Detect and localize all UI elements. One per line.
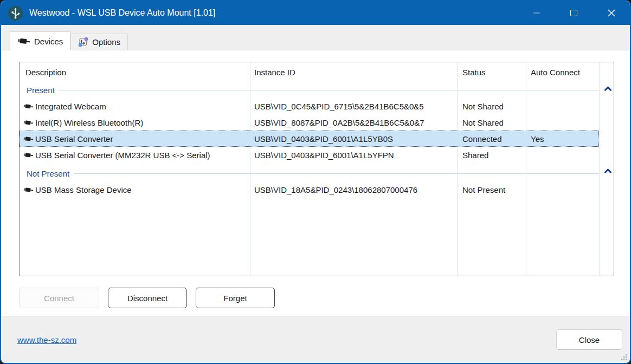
group-row-not-present[interactable]: Not Present	[20, 163, 599, 181]
usb-plug-icon	[17, 37, 30, 45]
tab-options[interactable]: Options	[70, 34, 128, 50]
column-separator	[599, 62, 600, 276]
collapse-group-present-button[interactable]	[602, 86, 614, 92]
table-header: Description Instance ID Status Auto Conn…	[20, 62, 599, 82]
device-status: Not Shared	[457, 102, 526, 111]
device-description: Intel(R) Wireless Bluetooth(R)	[35, 118, 143, 127]
device-instance-id: USB\VID_0C45&PID_6715\5&2B41B6C5&0&5	[250, 102, 457, 111]
tab-options-label: Options	[92, 37, 120, 47]
table-row[interactable]: USB Serial Converter (MM232R USB <-> Ser…	[20, 147, 599, 163]
options-icon	[78, 37, 88, 47]
tab-strip: Devices Options	[1, 25, 630, 50]
chevron-up-icon	[604, 168, 612, 174]
header-description[interactable]: Description	[20, 68, 250, 77]
close-button[interactable]: Close	[556, 329, 622, 350]
header-status[interactable]: Status	[457, 68, 526, 77]
device-description: USB Serial Converter	[35, 134, 113, 144]
device-auto-connect: Yes	[526, 134, 599, 144]
collapse-group-not-present-button[interactable]	[602, 168, 614, 174]
footer-bar: www.the-sz.com Close	[1, 316, 630, 363]
disconnect-button[interactable]: Disconnect	[108, 288, 187, 308]
table-row-selected[interactable]: USB Serial Converter USB\VID_0403&PID_60…	[20, 131, 599, 147]
device-description: USB Serial Converter (MM232R USB <-> Ser…	[35, 151, 210, 160]
forget-button[interactable]: Forget	[196, 288, 275, 308]
minimize-button[interactable]	[518, 1, 555, 25]
device-instance-id: USB\VID_8087&PID_0A2B\5&2B41B6C5&0&7	[250, 118, 457, 127]
window-controls	[518, 1, 630, 25]
chevron-up-icon	[604, 86, 612, 92]
header-instance-id[interactable]: Instance ID	[250, 68, 457, 77]
header-auto-connect[interactable]: Auto Connect	[526, 68, 599, 77]
close-icon	[608, 9, 615, 17]
group-rule-line	[74, 173, 599, 174]
usb-plug-icon	[23, 103, 34, 109]
tab-devices-label: Devices	[34, 37, 63, 46]
device-status: Not Present	[457, 185, 526, 194]
group-row-present[interactable]: Present	[20, 82, 599, 98]
device-table: Description Instance ID Status Auto Conn…	[19, 62, 614, 276]
group-rule-line	[59, 90, 599, 90]
devices-page: Description Instance ID Status Auto Conn…	[1, 51, 630, 316]
titlebar: Westwood - WSL USB Device Auto Mount [1.…	[1, 1, 630, 25]
usb-plug-icon	[23, 152, 34, 158]
table-row[interactable]: Integrated Webcam USB\VID_0C45&PID_6715\…	[20, 98, 599, 114]
usb-app-icon	[8, 6, 23, 21]
usb-plug-icon	[23, 187, 34, 193]
table-row[interactable]: Intel(R) Wireless Bluetooth(R) USB\VID_8…	[20, 114, 599, 131]
device-status: Not Shared	[457, 118, 526, 127]
usb-plug-icon	[23, 120, 34, 126]
device-status: Connected	[457, 134, 526, 144]
group-label: Present	[27, 86, 55, 95]
usb-plug-icon	[23, 136, 34, 142]
resize-grip[interactable]	[620, 353, 628, 361]
device-description: Integrated Webcam	[35, 102, 106, 111]
table-rows: Present Integrated Webcam USB\VID_0C45&P…	[20, 82, 599, 198]
website-link[interactable]: www.the-sz.com	[17, 335, 76, 344]
action-buttons: Connect Disconnect Forget	[19, 288, 275, 308]
maximize-icon	[570, 10, 577, 16]
tab-devices[interactable]: Devices	[10, 31, 70, 50]
table-row[interactable]: USB Mass Storage Device USB\VID_18A5&PID…	[20, 181, 599, 198]
device-instance-id: USB\VID_0403&PID_6001\A1L5YFPN	[250, 151, 457, 160]
device-description: USB Mass Storage Device	[35, 185, 132, 194]
close-window-button[interactable]	[593, 1, 630, 25]
device-status: Shared	[457, 151, 526, 160]
app-window: Westwood - WSL USB Device Auto Mount [1.…	[0, 0, 631, 364]
group-label: Not Present	[27, 169, 69, 178]
connect-button[interactable]: Connect	[19, 288, 99, 308]
device-instance-id: USB\VID_18A5&PID_0243\18062807000476	[250, 185, 457, 194]
device-instance-id: USB\VID_0403&PID_6001\A1L5YB0S	[250, 134, 457, 144]
minimize-icon	[533, 12, 540, 14]
window-title: Westwood - WSL USB Device Auto Mount [1.…	[29, 8, 215, 18]
maximize-button[interactable]	[555, 1, 593, 25]
